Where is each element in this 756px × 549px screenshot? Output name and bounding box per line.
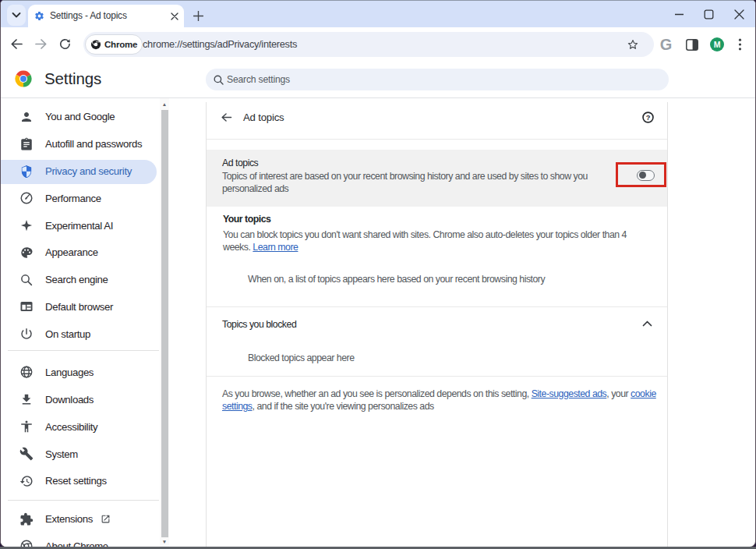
svg-text:?: ? — [646, 114, 651, 122]
